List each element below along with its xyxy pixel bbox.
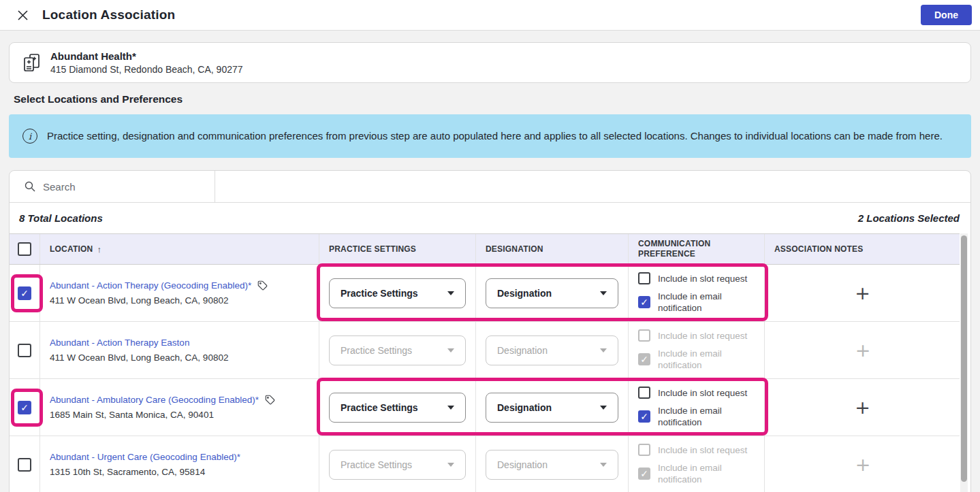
chevron-down-icon <box>447 291 454 295</box>
vertical-scrollbar[interactable] <box>960 233 968 492</box>
table-row: Abundant - Action Therapy (Geocoding Ena… <box>10 265 960 322</box>
include-slot-request-checkbox <box>638 329 650 342</box>
table-header: LOCATION ↑ PRACTICE SETTINGS DESIGNATION… <box>10 233 960 265</box>
selected-locations-label: 2 Locations Selected <box>858 212 960 224</box>
location-link[interactable]: Abundant - Urgent Care (Geocoding Enable… <box>50 452 240 462</box>
table-toolbar: Search <box>10 171 970 203</box>
include-slot-request-checkbox[interactable] <box>638 387 650 399</box>
include-email-notification-checkbox <box>638 353 650 365</box>
row-select-checkbox[interactable] <box>18 344 31 357</box>
add-association-note-button: + <box>855 455 871 474</box>
designation-dropdown[interactable]: Designation <box>486 278 618 308</box>
info-banner-text: Practice setting, designation and commun… <box>47 129 943 144</box>
location-link[interactable]: Abundant - Ambulatory Care (Geocoding En… <box>50 395 259 405</box>
facility-address: 415 Diamond St, Redondo Beach, CA, 90277 <box>50 63 243 76</box>
practice-settings-dropdown: Practice Settings <box>329 450 466 480</box>
facility-icon <box>22 52 42 73</box>
top-bar: Location Association Done <box>0 0 980 31</box>
counts-row: 8 Total Locations 2 Locations Selected <box>10 203 970 233</box>
column-header-practice-settings: PRACTICE SETTINGS <box>319 234 476 264</box>
location-link[interactable]: Abundant - Action Therapy (Geocoding Ena… <box>50 280 251 291</box>
chevron-down-icon <box>600 406 607 410</box>
search-placeholder: Search <box>43 181 76 193</box>
designation-dropdown: Designation <box>486 450 618 480</box>
table-row: Abundant - Action Therapy Easton 411 W O… <box>10 322 960 379</box>
column-header-association-notes: ASSOCIATION NOTES <box>765 234 961 264</box>
sort-ascending-icon: ↑ <box>97 244 101 255</box>
facility-card: Abundant Health* 415 Diamond St, Redondo… <box>9 42 971 83</box>
scrollbar-thumb[interactable] <box>961 235 967 482</box>
table-row: Abundant - Ambulatory Care (Geocoding En… <box>10 379 960 436</box>
section-title: Select Locations and Preferences <box>14 93 183 105</box>
chevron-down-icon <box>600 348 607 352</box>
location-address: 1685 Main St, Santa Monica, CA, 90401 <box>50 410 309 420</box>
info-icon: i <box>22 129 37 144</box>
facility-name: Abundant Health* <box>50 50 243 63</box>
row-select-checkbox[interactable] <box>18 401 31 414</box>
practice-settings-dropdown[interactable]: Practice Settings <box>329 393 466 423</box>
select-all-checkbox[interactable] <box>18 242 31 256</box>
locations-table: LOCATION ↑ PRACTICE SETTINGS DESIGNATION… <box>10 233 960 492</box>
include-email-notification-checkbox <box>638 468 650 480</box>
chevron-down-icon <box>600 463 607 467</box>
designation-dropdown[interactable]: Designation <box>486 393 618 423</box>
location-address: 411 W Ocean Blvd, Long Beach, CA, 90802 <box>50 352 309 363</box>
include-email-notification-checkbox[interactable] <box>638 296 650 308</box>
include-slot-request-checkbox <box>638 444 650 456</box>
location-address: 1315 10th St, Sacramento, CA, 95814 <box>50 467 309 477</box>
search-icon <box>25 181 35 192</box>
done-button[interactable]: Done <box>921 5 972 25</box>
column-header-location[interactable]: LOCATION ↑ <box>40 234 319 264</box>
info-banner: i Practice setting, designation and comm… <box>9 114 971 158</box>
chevron-down-icon <box>600 291 607 295</box>
tag-icon <box>257 280 268 291</box>
close-icon[interactable] <box>12 5 33 25</box>
add-association-note-button[interactable]: + <box>855 398 870 416</box>
chevron-down-icon <box>447 463 454 467</box>
location-link[interactable]: Abundant - Action Therapy Easton <box>50 338 189 348</box>
designation-dropdown: Designation <box>486 335 618 365</box>
total-locations-label: 8 Total Locations <box>19 212 103 224</box>
location-address: 411 W Ocean Blvd, Long Beach, CA, 90802 <box>50 295 309 306</box>
chevron-down-icon <box>447 348 454 352</box>
locations-panel: Search 8 Total Locations 2 Locations Sel… <box>9 170 971 492</box>
column-header-communication-preference: COMMUNICATION PREFERENCE <box>629 234 765 264</box>
practice-settings-dropdown[interactable]: Practice Settings <box>329 278 466 308</box>
add-association-note-button: + <box>855 341 871 359</box>
column-header-designation: DESIGNATION <box>476 234 629 264</box>
page-title: Location Association <box>42 7 175 22</box>
table-row: Abundant - Urgent Care (Geocoding Enable… <box>10 436 960 492</box>
tag-icon <box>265 395 275 405</box>
row-select-checkbox[interactable] <box>18 458 31 472</box>
chevron-down-icon <box>447 406 454 410</box>
row-select-checkbox[interactable] <box>18 286 31 300</box>
include-slot-request-checkbox[interactable] <box>638 272 650 284</box>
search-input[interactable]: Search <box>10 171 215 202</box>
add-association-note-button[interactable]: + <box>855 284 870 302</box>
practice-settings-dropdown: Practice Settings <box>329 335 466 365</box>
include-email-notification-checkbox[interactable] <box>638 410 650 423</box>
